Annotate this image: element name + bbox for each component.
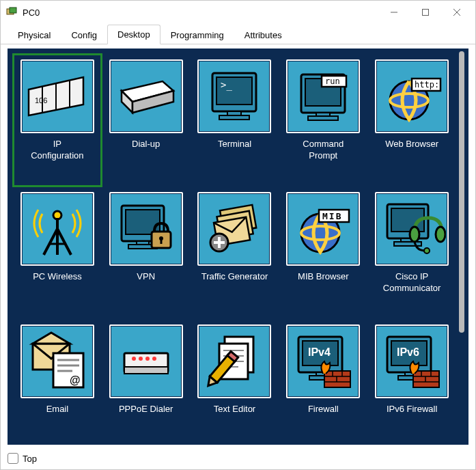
antenna-icon	[20, 192, 94, 266]
tab-attributes[interactable]: Attributes	[234, 25, 292, 44]
app-pc-wireless[interactable]: PC Wireless	[13, 186, 102, 319]
svg-text:@: @	[70, 374, 81, 386]
svg-line-31	[44, 229, 57, 255]
globe-icon: http:	[375, 59, 449, 133]
minimize-button[interactable]	[378, 2, 410, 23]
cmd-icon: run	[286, 59, 360, 133]
desktop-area: 106 IP Configuration Dial-up	[8, 49, 468, 445]
svg-line-32	[57, 229, 71, 255]
desktop-grid: 106 IP Configuration Dial-up	[8, 49, 458, 445]
app-pppoe-dialer[interactable]: PPPoE Dialer	[102, 319, 191, 445]
monitor-lock-icon	[109, 192, 183, 266]
app-label: Web Browser	[385, 139, 438, 150]
app-command-prompt[interactable]: run Command Prompt	[279, 54, 367, 186]
bottombar: Top	[1, 447, 475, 469]
app-label: MIB Browser	[298, 271, 348, 283]
svg-point-69	[145, 357, 150, 361]
svg-rect-54	[394, 242, 421, 246]
tab-programming[interactable]: Programming	[160, 25, 234, 44]
svg-rect-1	[10, 8, 16, 13]
svg-rect-96	[413, 371, 439, 387]
svg-point-68	[139, 357, 143, 361]
window-title: PC0	[23, 8, 378, 18]
app-dial-up[interactable]: Dial-up	[102, 54, 191, 186]
envelope-at-icon: @	[20, 324, 94, 398]
app-icon	[6, 7, 17, 18]
app-label: Email	[46, 404, 69, 415]
tab-physical[interactable]: Physical	[8, 25, 61, 44]
terminal-icon: >_	[197, 59, 271, 133]
firewall-ipv4-icon: IPv4	[286, 324, 360, 398]
svg-rect-17	[219, 115, 249, 120]
maximize-button[interactable]	[410, 2, 441, 23]
close-button[interactable]	[441, 2, 473, 23]
app-label: Traffic Generator	[201, 271, 268, 283]
svg-rect-85	[324, 371, 350, 387]
app-label: Terminal	[218, 139, 251, 150]
app-web-browser[interactable]: http: Web Browser	[367, 54, 456, 186]
svg-point-67	[132, 357, 136, 361]
app-terminal[interactable]: >_ Terminal	[191, 54, 279, 186]
app-ipv6-firewall[interactable]: IPv6 IPv6 Firew	[367, 319, 456, 445]
app-label: Dial-up	[132, 139, 160, 150]
scrollbar[interactable]	[458, 51, 466, 442]
top-label: Top	[23, 454, 37, 464]
app-text-editor[interactable]: Text Editor	[191, 319, 279, 445]
top-checkbox[interactable]	[8, 453, 18, 464]
svg-rect-3	[423, 10, 429, 16]
app-label: PPPoE Dialer	[119, 404, 173, 415]
svg-text:IPv4: IPv4	[308, 346, 331, 358]
svg-text:IPv6: IPv6	[397, 346, 419, 358]
svg-text:MIB: MIB	[322, 211, 342, 221]
app-firewall[interactable]: IPv4 Firewall	[279, 319, 367, 445]
app-email[interactable]: @ Email	[13, 319, 102, 445]
app-ip-configuration[interactable]: 106 IP Configuration	[13, 54, 102, 186]
svg-text:run: run	[325, 77, 340, 86]
svg-point-56	[436, 227, 445, 242]
rack-icon: 106	[20, 59, 94, 133]
firewall-ipv6-icon: IPv6	[375, 324, 449, 398]
tab-desktop[interactable]: Desktop	[107, 25, 160, 44]
router-icon	[109, 324, 183, 398]
app-window: PC0 Physical Config Desktop Programming …	[0, 0, 476, 470]
svg-text:>_: >_	[221, 79, 232, 91]
window-controls	[378, 2, 473, 23]
svg-marker-59	[33, 333, 70, 344]
modem-icon	[109, 59, 183, 133]
app-mib-browser[interactable]: MIB MIB Browser	[279, 186, 367, 319]
svg-rect-66	[124, 367, 168, 374]
svg-rect-22	[308, 116, 338, 120]
tab-config[interactable]: Config	[61, 25, 107, 44]
app-label: PC Wireless	[33, 271, 82, 283]
pencil-docs-icon	[197, 324, 271, 398]
titlebar: PC0	[1, 1, 475, 24]
tabbar: Physical Config Desktop Programming Attr…	[1, 24, 475, 44]
svg-point-70	[152, 357, 156, 361]
svg-point-57	[424, 248, 430, 253]
monitor-headset-icon	[375, 192, 449, 266]
svg-text:http:: http:	[415, 80, 439, 89]
app-vpn[interactable]: VPN	[102, 186, 191, 319]
envelopes-icon	[197, 192, 271, 266]
app-label: IP Configuration	[31, 139, 83, 162]
app-label: Firewall	[308, 404, 339, 415]
app-label: Text Editor	[214, 404, 255, 415]
app-traffic-generator[interactable]: Traffic Generator	[191, 186, 279, 319]
app-label: IPv6 Firewall	[387, 404, 437, 415]
svg-point-55	[410, 227, 419, 242]
app-label: VPN	[137, 271, 155, 283]
globe-mib-icon: MIB	[286, 192, 360, 266]
scrollbar-thumb[interactable]	[459, 51, 464, 333]
svg-text:106: 106	[35, 96, 47, 105]
app-label: Command Prompt	[303, 139, 344, 162]
app-cisco-ip-communicator[interactable]: Cisco IP Communicator	[367, 186, 456, 319]
app-label: Cisco IP Communicator	[383, 271, 441, 294]
